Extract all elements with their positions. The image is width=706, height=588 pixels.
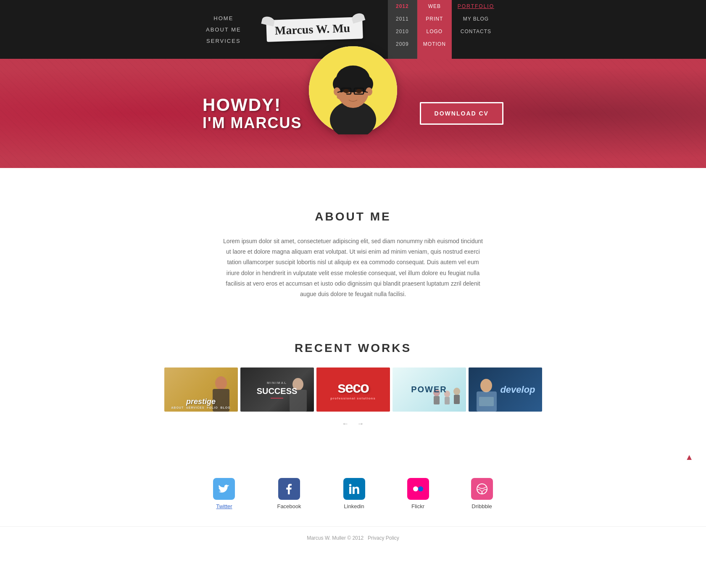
nav-types-col: WEB PRINT LOGO MOTION	[417, 0, 452, 59]
twitter-label: Twitter	[216, 503, 232, 509]
nav-year-2011[interactable]: 2011	[388, 13, 417, 25]
nav-pages-col: PORTFOLIO MY BLOG CONTACTS	[452, 0, 500, 59]
nav-left: HOME ABOUT ME SERVICES	[206, 15, 241, 44]
nav-blog[interactable]: MY BLOG	[452, 13, 500, 25]
hero-avatar-wrap	[309, 46, 397, 134]
privacy-policy-link[interactable]: Privacy Policy	[368, 535, 399, 541]
svg-rect-26	[454, 395, 460, 404]
works-grid: prestige ABOUT SERVICES FOLIO BLOG MINIM…	[84, 368, 622, 412]
social-dribbble[interactable]: Dribbble	[471, 478, 493, 509]
svg-rect-29	[479, 397, 494, 406]
footer: Marcus W. Muller © 2012 Privacy Policy	[0, 526, 706, 549]
svg-rect-30	[349, 487, 351, 494]
next-page[interactable]: →	[357, 420, 364, 428]
facebook-label: Facebook	[277, 503, 301, 509]
twitter-icon	[213, 478, 235, 500]
linkedin-icon	[343, 478, 365, 500]
hero-line1: HOWDY!	[203, 95, 302, 115]
linkedin-label: Linkedin	[344, 503, 364, 509]
nav-home[interactable]: HOME	[213, 15, 233, 21]
nav-year-2012[interactable]: 2012	[388, 0, 417, 13]
svg-point-15	[356, 89, 362, 93]
svg-point-32	[413, 486, 418, 491]
social-facebook[interactable]: Facebook	[277, 478, 301, 509]
hero-text: HOWDY! I'M MARCUS	[203, 95, 302, 131]
pagination: ← →	[84, 420, 622, 428]
svg-rect-22	[434, 396, 440, 404]
work-item-1[interactable]: prestige ABOUT SERVICES FOLIO BLOG	[164, 368, 238, 412]
about-title: ABOUT ME	[126, 210, 580, 223]
facebook-icon	[278, 478, 300, 500]
dribbble-icon	[471, 478, 493, 500]
social-linkedin[interactable]: Linkedin	[343, 478, 365, 509]
hero-section: HOWDY! I'M MARCUS	[0, 59, 706, 168]
flickr-label: Flickr	[411, 503, 424, 509]
site-logo[interactable]: Marcus W. Mu	[266, 17, 363, 42]
svg-point-25	[453, 388, 460, 395]
nav-type-web[interactable]: WEB	[417, 0, 452, 13]
hero-line2: I'M MARCUS	[203, 115, 302, 131]
nav-portfolio[interactable]: PORTFOLIO	[452, 0, 500, 13]
social-flickr[interactable]: Flickr	[407, 478, 429, 509]
work-item-3[interactable]: seco professional solutions	[316, 368, 390, 412]
download-cv-button[interactable]: DOWNLOAD CV	[420, 102, 503, 125]
logo-area: Marcus W. Mu	[266, 18, 363, 40]
prev-page[interactable]: ←	[342, 420, 349, 428]
social-section: Twitter Facebook Linkedin Flickr	[0, 453, 706, 526]
nav-right: 2012 2011 2010 2009 WEB PRINT LOGO MOTIO…	[388, 0, 500, 59]
scroll-up-button[interactable]: ▲	[685, 452, 693, 462]
nav-about[interactable]: ABOUT ME	[206, 26, 241, 33]
svg-point-31	[349, 484, 351, 486]
nav-services[interactable]: SERVICES	[206, 38, 241, 44]
about-section: ABOUT ME Lorem ipsum dolor sit amet, con…	[0, 168, 706, 325]
nav-year-2010[interactable]: 2010	[388, 25, 417, 38]
work-item-2[interactable]: MINIMAL SUCCESS	[240, 368, 314, 412]
nav-type-logo[interactable]: LOGO	[417, 25, 452, 38]
flickr-icon	[407, 478, 429, 500]
footer-text: Marcus W. Muller © 2012	[307, 535, 364, 541]
nav-contacts[interactable]: CONTACTS	[452, 25, 500, 38]
svg-point-17	[215, 376, 227, 390]
dribbble-label: Dribbble	[472, 503, 492, 509]
svg-rect-24	[445, 397, 450, 404]
hero-avatar	[309, 46, 397, 134]
svg-point-8	[366, 87, 372, 96]
svg-point-27	[480, 379, 492, 392]
nav-type-motion[interactable]: MOTION	[417, 38, 452, 50]
about-text: Lorem ipsum dolor sit amet, consectetuer…	[223, 236, 483, 299]
work-item-5[interactable]: develop	[469, 368, 542, 412]
works-section: RECENT WORKS prestige ABOUT SERVICES FOL…	[0, 325, 706, 453]
nav-type-print[interactable]: PRINT	[417, 13, 452, 25]
social-twitter[interactable]: Twitter	[213, 478, 235, 509]
works-title: RECENT WORKS	[84, 341, 622, 355]
svg-point-33	[418, 486, 423, 491]
work-item-4[interactable]: POWER	[393, 368, 466, 412]
